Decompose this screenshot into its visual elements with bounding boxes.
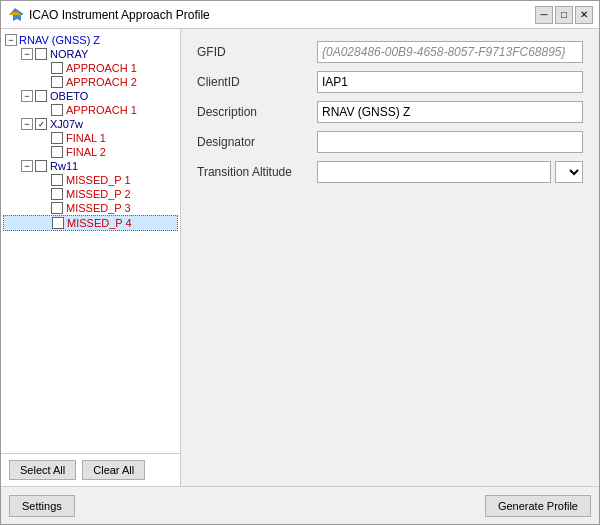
tree-item-approach1-obeto[interactable]: APPROACH 1 <box>3 103 178 117</box>
window-bottom: Settings Generate Profile <box>1 486 599 524</box>
tree-item-final1[interactable]: FINAL 1 <box>3 131 178 145</box>
expand-placeholder-missed-p3 <box>37 202 49 214</box>
tree-item-rnav-gnss-z[interactable]: −RNAV (GNSS) Z <box>3 33 178 47</box>
node-label-approach2-noray: APPROACH 2 <box>66 76 137 88</box>
checkbox-final2[interactable] <box>51 146 63 158</box>
expand-placeholder-final2 <box>37 146 49 158</box>
form-row-designator: Designator <box>197 131 583 153</box>
node-label-missed-p2: MISSED_P 2 <box>66 188 131 200</box>
generate-profile-button[interactable]: Generate Profile <box>485 495 591 517</box>
main-content: −RNAV (GNSS) Z−NORAYAPPROACH 1APPROACH 2… <box>1 29 599 486</box>
form-dropdown-transition-altitude[interactable] <box>555 161 583 183</box>
tree-area: −RNAV (GNSS) Z−NORAYAPPROACH 1APPROACH 2… <box>1 29 180 453</box>
expand-placeholder-missed-p4 <box>38 217 50 229</box>
tree-item-missed-p2[interactable]: MISSED_P 2 <box>3 187 178 201</box>
checkbox-approach1-noray[interactable] <box>51 62 63 74</box>
clear-all-button[interactable]: Clear All <box>82 460 145 480</box>
tree-item-noray[interactable]: −NORAY <box>3 47 178 61</box>
node-label-missed-p1: MISSED_P 1 <box>66 174 131 186</box>
title-bar: ICAO Instrument Approach Profile ─ □ ✕ <box>1 1 599 29</box>
form-input-gfid[interactable] <box>317 41 583 63</box>
checkbox-rw11[interactable] <box>35 160 47 172</box>
minimize-button[interactable]: ─ <box>535 6 553 24</box>
select-all-button[interactable]: Select All <box>9 460 76 480</box>
form-row-description: Description <box>197 101 583 123</box>
node-label-approach1-noray: APPROACH 1 <box>66 62 137 74</box>
node-label-obeto: OBETO <box>50 90 88 102</box>
node-label-xj07w: XJ07w <box>50 118 83 130</box>
node-label-final1: FINAL 1 <box>66 132 106 144</box>
tree-item-missed-p1[interactable]: MISSED_P 1 <box>3 173 178 187</box>
form-row-transition-altitude: Transition Altitude <box>197 161 583 183</box>
expand-btn-noray[interactable]: − <box>21 48 33 60</box>
tree-item-approach2-noray[interactable]: APPROACH 2 <box>3 75 178 89</box>
node-label-final2: FINAL 2 <box>66 146 106 158</box>
node-label-missed-p3: MISSED_P 3 <box>66 202 131 214</box>
node-label-rw11: Rw11 <box>50 160 78 172</box>
form-input-clientid[interactable] <box>317 71 583 93</box>
expand-placeholder-final1 <box>37 132 49 144</box>
expand-btn-obeto[interactable]: − <box>21 90 33 102</box>
left-bottom-buttons: Select All Clear All <box>1 453 180 486</box>
window-title: ICAO Instrument Approach Profile <box>29 8 210 22</box>
tree-item-xj07w[interactable]: −XJ07w <box>3 117 178 131</box>
tree-item-obeto[interactable]: −OBETO <box>3 89 178 103</box>
form-row-clientid: ClientID <box>197 71 583 93</box>
right-panel: GFIDClientIDDescriptionDesignatorTransit… <box>181 29 599 486</box>
tree-item-rw11[interactable]: −Rw11 <box>3 159 178 173</box>
node-label-rnav-gnss-z: RNAV (GNSS) Z <box>19 34 100 46</box>
form-label-description: Description <box>197 105 317 119</box>
expand-placeholder-missed-p1 <box>37 174 49 186</box>
checkbox-noray[interactable] <box>35 48 47 60</box>
expand-placeholder-approach1-noray <box>37 62 49 74</box>
left-panel: −RNAV (GNSS) Z−NORAYAPPROACH 1APPROACH 2… <box>1 29 181 486</box>
settings-button[interactable]: Settings <box>9 495 75 517</box>
checkbox-approach2-noray[interactable] <box>51 76 63 88</box>
checkbox-approach1-obeto[interactable] <box>51 104 63 116</box>
checkbox-xj07w[interactable] <box>35 118 47 130</box>
maximize-button[interactable]: □ <box>555 6 573 24</box>
node-label-noray: NORAY <box>50 48 88 60</box>
title-bar-buttons: ─ □ ✕ <box>535 6 593 24</box>
tree-item-approach1-noray[interactable]: APPROACH 1 <box>3 61 178 75</box>
checkbox-missed-p2[interactable] <box>51 188 63 200</box>
node-label-missed-p4: MISSED_P 4 <box>67 217 132 229</box>
expand-btn-xj07w[interactable]: − <box>21 118 33 130</box>
form-row-gfid: GFID <box>197 41 583 63</box>
checkbox-missed-p3[interactable] <box>51 202 63 214</box>
checkbox-missed-p4[interactable] <box>52 217 64 229</box>
form-input-designator[interactable] <box>317 131 583 153</box>
tree-item-missed-p3[interactable]: MISSED_P 3 <box>3 201 178 215</box>
close-button[interactable]: ✕ <box>575 6 593 24</box>
form-label-transition-altitude: Transition Altitude <box>197 165 317 179</box>
node-label-approach1-obeto: APPROACH 1 <box>66 104 137 116</box>
form-input-transition-altitude[interactable] <box>317 161 551 183</box>
main-window: ICAO Instrument Approach Profile ─ □ ✕ −… <box>0 0 600 525</box>
title-bar-left: ICAO Instrument Approach Profile <box>7 7 210 23</box>
form-label-gfid: GFID <box>197 45 317 59</box>
checkbox-missed-p1[interactable] <box>51 174 63 186</box>
tree-item-final2[interactable]: FINAL 2 <box>3 145 178 159</box>
expand-placeholder-missed-p2 <box>37 188 49 200</box>
expand-placeholder-approach2-noray <box>37 76 49 88</box>
plane-icon <box>7 7 23 23</box>
checkbox-obeto[interactable] <box>35 90 47 102</box>
expand-btn-rnav-gnss-z[interactable]: − <box>5 34 17 46</box>
form-label-clientid: ClientID <box>197 75 317 89</box>
form-label-designator: Designator <box>197 135 317 149</box>
expand-btn-rw11[interactable]: − <box>21 160 33 172</box>
form-input-group-transition-altitude <box>317 161 583 183</box>
checkbox-final1[interactable] <box>51 132 63 144</box>
tree-item-missed-p4[interactable]: MISSED_P 4 <box>3 215 178 231</box>
expand-placeholder-approach1-obeto <box>37 104 49 116</box>
form-input-description[interactable] <box>317 101 583 123</box>
